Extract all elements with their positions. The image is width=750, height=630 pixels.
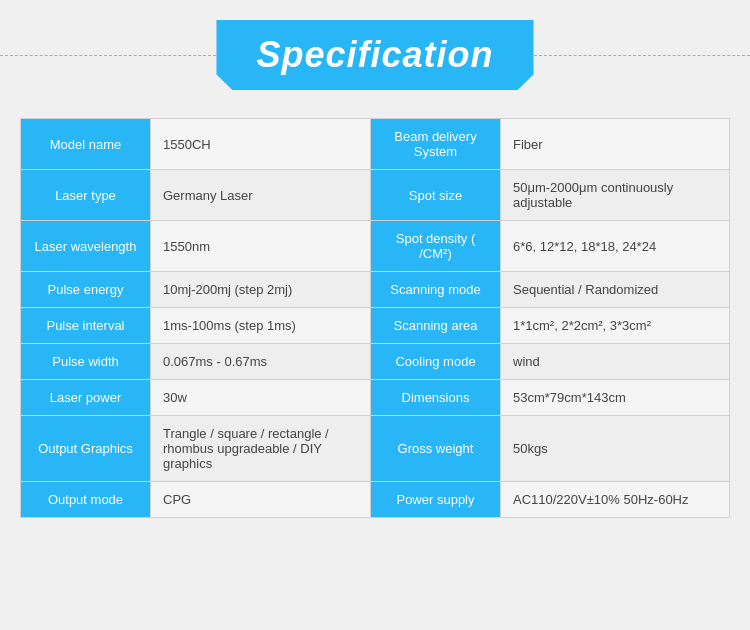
- table-row: Pulse width0.067ms - 0.67msCooling modew…: [21, 344, 730, 380]
- left-value-cell: Germany Laser: [151, 170, 371, 221]
- right-label-cell: Power supply: [371, 482, 501, 518]
- left-value-cell: 1550CH: [151, 119, 371, 170]
- spec-table: Model name1550CHBeam delivery SystemFibe…: [20, 118, 730, 518]
- left-value-cell: 1ms-100ms (step 1ms): [151, 308, 371, 344]
- left-value-cell: 0.067ms - 0.67ms: [151, 344, 371, 380]
- right-value-cell: wind: [501, 344, 730, 380]
- right-value-cell: Sequential / Randomized: [501, 272, 730, 308]
- right-label-cell: Scanning mode: [371, 272, 501, 308]
- right-value-cell: Fiber: [501, 119, 730, 170]
- left-label-cell: Pulse width: [21, 344, 151, 380]
- title-section: Specification: [0, 20, 750, 90]
- left-label-cell: Laser power: [21, 380, 151, 416]
- right-value-cell: 1*1cm², 2*2cm², 3*3cm²: [501, 308, 730, 344]
- title-box: Specification: [216, 20, 533, 90]
- left-label-cell: Laser type: [21, 170, 151, 221]
- left-label-cell: Laser wavelength: [21, 221, 151, 272]
- left-label-cell: Output mode: [21, 482, 151, 518]
- right-value-cell: 50μm-2000μm continuously adjustable: [501, 170, 730, 221]
- left-label-cell: Pulse interval: [21, 308, 151, 344]
- left-label-cell: Output Graphics: [21, 416, 151, 482]
- left-value-cell: 10mj-200mj (step 2mj): [151, 272, 371, 308]
- table-row: Output GraphicsTrangle / square / rectan…: [21, 416, 730, 482]
- right-label-cell: Beam delivery System: [371, 119, 501, 170]
- table-row: Model name1550CHBeam delivery SystemFibe…: [21, 119, 730, 170]
- right-label-cell: Spot density ( /CM²): [371, 221, 501, 272]
- left-label-cell: Model name: [21, 119, 151, 170]
- left-value-cell: Trangle / square / rectangle / rhombus u…: [151, 416, 371, 482]
- page-wrapper: Specification Model name1550CHBeam deliv…: [0, 0, 750, 538]
- right-label-cell: Gross weight: [371, 416, 501, 482]
- table-row: Laser wavelength1550nmSpot density ( /CM…: [21, 221, 730, 272]
- right-value-cell: 6*6, 12*12, 18*18, 24*24: [501, 221, 730, 272]
- right-label-cell: Spot size: [371, 170, 501, 221]
- left-value-cell: 1550nm: [151, 221, 371, 272]
- table-row: Pulse energy10mj-200mj (step 2mj)Scannin…: [21, 272, 730, 308]
- right-divider: [534, 55, 750, 90]
- right-label-cell: Dimensions: [371, 380, 501, 416]
- left-value-cell: CPG: [151, 482, 371, 518]
- table-row: Output modeCPGPower supplyAC110/220V±10%…: [21, 482, 730, 518]
- right-value-cell: AC110/220V±10% 50Hz-60Hz: [501, 482, 730, 518]
- right-value-cell: 53cm*79cm*143cm: [501, 380, 730, 416]
- right-label-cell: Scanning area: [371, 308, 501, 344]
- page-title: Specification: [256, 34, 493, 75]
- left-value-cell: 30w: [151, 380, 371, 416]
- left-label-cell: Pulse energy: [21, 272, 151, 308]
- left-divider: [0, 55, 216, 90]
- table-row: Laser typeGermany LaserSpot size50μm-200…: [21, 170, 730, 221]
- table-row: Pulse interval1ms-100ms (step 1ms)Scanni…: [21, 308, 730, 344]
- right-label-cell: Cooling mode: [371, 344, 501, 380]
- right-value-cell: 50kgs: [501, 416, 730, 482]
- table-row: Laser power30wDimensions53cm*79cm*143cm: [21, 380, 730, 416]
